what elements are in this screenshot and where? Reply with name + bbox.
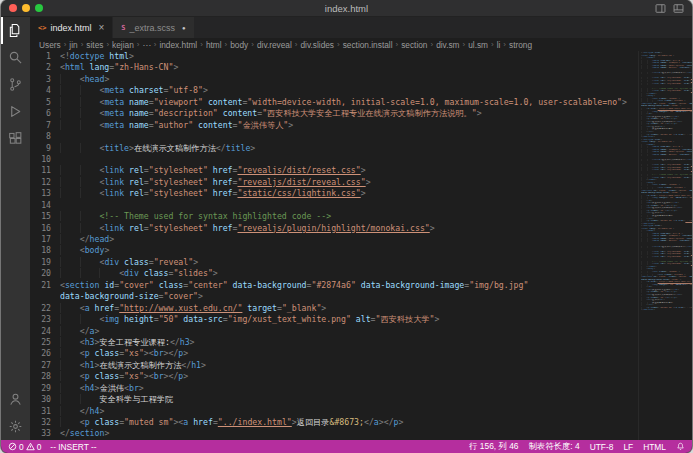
code-line[interactable]: 8 [30,131,636,142]
breadcrumb-item[interactable]: li [497,40,501,50]
code-line[interactable]: 26 <p class="xs"><br></p> [30,348,636,359]
code-line[interactable]: 28 <p class="xs"><br></p> [30,371,636,382]
file-encoding[interactable]: UTF-8 [590,442,614,452]
code-line[interactable]: 33</section> [30,428,636,439]
code-line: </section> [641,309,692,312]
line-number: 12 [30,177,60,188]
line-number: 27 [30,360,60,371]
activity-bar-search[interactable] [1,44,30,71]
activity-bar-spacer [1,152,30,386]
zoom-window-button[interactable] [35,4,43,12]
code-line[interactable]: 3 <head> [30,74,636,85]
workbench: <>index.html×S_extra.scss● Users›jin›sit… [1,17,692,440]
editor: 1<!doctype html>2<html lang="zh-Hans-CN"… [30,51,692,440]
activity-bar-explorer[interactable] [1,17,30,44]
breadcrumb-item[interactable]: div.sm [436,40,459,50]
code-line[interactable]: 4 <meta charset="utf-8"> [30,85,636,96]
code-line[interactable]: 21<section id="cover" class="center" dat… [30,280,636,291]
code-line[interactable]: 23 <img height="50" data-src="img/xust_t… [30,314,636,325]
minimize-window-button[interactable] [22,4,30,12]
line-number: 15 [30,211,60,222]
code-line[interactable]: 2<html lang="zh-Hans-CN"> [30,62,636,73]
activity-bar [1,17,30,440]
activity-bar-extensions[interactable] [1,125,30,152]
breadcrumb-item[interactable]: ⋯ [142,40,150,50]
eol-sequence[interactable]: LF [623,442,633,452]
activity-bar-settings[interactable] [1,413,30,440]
tab-modified-dot[interactable]: ● [182,25,186,31]
code-line[interactable]: 25 <h3>安全工程专业课程:</h3> [30,337,636,348]
code-line[interactable]: 19 <div class="reveal"> [30,257,636,268]
tab-index.html[interactable]: <>index.html× [30,17,113,38]
code-line[interactable]: 22 <a href="http://www.xust.edu.cn/" tar… [30,303,636,314]
close-window-button[interactable] [9,4,17,12]
breadcrumb-separator: › [154,40,157,49]
code-line[interactable]: 30 安全科学与工程学院 [30,394,636,405]
line-number: 26 [30,348,60,359]
code-line[interactable]: 31 </h4> [30,406,636,417]
code-line[interactable]: 6 <meta name="description" content="西安科技… [30,108,636,119]
code-line[interactable]: 14 [30,200,636,211]
language-mode[interactable]: HTML [643,442,666,452]
cursor-position[interactable]: 行 156, 列 46 [469,441,518,452]
code-line[interactable]: 11 <link rel="stylesheet" href="revealjs… [30,165,636,176]
breadcrumb-separator: › [106,40,109,49]
activity-bar-run-debug[interactable] [1,98,30,125]
breadcrumb-item[interactable]: div.slides [301,40,335,50]
code-line[interactable]: 15 <!-- Theme used for syntax highlighte… [30,211,636,222]
breadcrumb-separator: › [200,40,203,49]
indentation-setting[interactable]: 制表符长度: 4 [528,441,579,452]
code-line[interactable]: 29 <h4>金洪伟<br> [30,383,636,394]
customize-layout-icon[interactable] [673,3,684,14]
breadcrumb-item[interactable]: kejian [112,40,134,50]
title-bar: index.html [1,0,692,17]
code-line[interactable]: 9 <title>在线演示文稿制作方法</title> [30,143,636,154]
code-line[interactable]: 13 <link rel="stylesheet" href="static/c… [30,188,636,199]
breadcrumb-item[interactable]: section [401,40,427,50]
tab-label: _extra.scss [130,23,176,33]
search-icon [8,50,23,65]
code-line[interactable]: 17 </head> [30,234,636,245]
breadcrumb-item[interactable]: div.reveal [257,40,292,50]
warning-count: 0 [37,442,42,452]
minimap-content: <!doctype html><html lang="zh-Hans-CN"> … [639,51,692,312]
notifications-bell-icon[interactable] [676,442,685,451]
code-line[interactable]: 1<!doctype html> [30,51,636,62]
line-number: 31 [30,406,60,417]
breadcrumb-separator: › [64,40,67,49]
tab-_extra.scss[interactable]: S_extra.scss● [113,17,194,38]
breadcrumb-item[interactable]: Users [39,40,61,50]
toggle-panel-icon[interactable] [655,3,666,14]
problems-indicator[interactable]: 0 0 [8,442,41,452]
line-number: 21 [30,280,60,291]
code-line[interactable]: data-background-size="cover"> [30,291,636,302]
code-line[interactable]: 20 <div class="slides"> [30,268,636,279]
breadcrumb-item[interactable]: strong [509,40,532,50]
code-line[interactable]: 10 [30,154,636,165]
tab-close-button[interactable]: × [98,23,104,33]
code-line[interactable]: 18 <body> [30,245,636,256]
activity-bar-account[interactable] [1,386,30,413]
code-lines[interactable]: 1<!doctype html>2<html lang="zh-Hans-CN"… [30,51,636,440]
line-number: 17 [30,234,60,245]
line-number: 16 [30,223,60,234]
line-number: 11 [30,165,60,176]
breadcrumb-item[interactable]: sites [86,40,103,50]
tab-bar: <>index.html×S_extra.scss● [30,17,692,38]
breadcrumb-item[interactable]: jin [69,40,77,50]
breadcrumb-item[interactable]: html [206,40,222,50]
code-line[interactable]: 5 <meta name="viewport" content="width=d… [30,97,636,108]
code-line[interactable]: 7 <meta name="author" content="金洪伟等人"> [30,120,636,131]
code-line[interactable]: 12 <link rel="stylesheet" href="revealjs… [30,177,636,188]
minimap[interactable]: <!doctype html><html lang="zh-Hans-CN"> … [638,51,692,440]
code-line[interactable]: 24 </a> [30,326,636,337]
breadcrumb-item[interactable]: body [230,40,248,50]
breadcrumb-item[interactable]: section.install [343,40,393,50]
code-line[interactable]: 16 <link rel="stylesheet" href="revealjs… [30,223,636,234]
breadcrumb-item[interactable]: ul.sm [468,40,488,50]
code-line[interactable]: 27 <h1>在线演示文稿制作方法</h1> [30,360,636,371]
line-number: 3 [30,74,60,85]
activity-bar-source-control[interactable] [1,71,30,98]
code-line[interactable]: 32 <p class="muted sm"><a href="../index… [30,417,636,428]
breadcrumb-item[interactable]: index.html [159,40,197,50]
